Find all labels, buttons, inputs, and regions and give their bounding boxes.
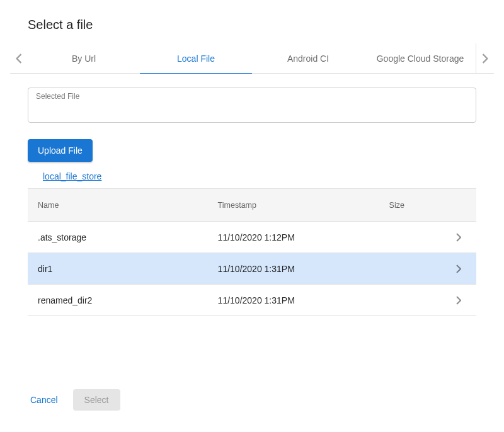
col-header-timestamp: Timestamp xyxy=(218,201,389,210)
tab-local-file[interactable]: Local File xyxy=(140,43,252,74)
chevron-right-icon xyxy=(456,296,461,305)
col-header-size: Size xyxy=(389,201,451,210)
chevron-right-icon xyxy=(482,54,488,64)
cell-timestamp: 11/10/2020 1:12PM xyxy=(218,232,389,242)
dialog-title: Select a file xyxy=(10,10,494,43)
table-row[interactable]: dir1 11/10/2020 1:31PM xyxy=(28,253,476,285)
table-row[interactable]: renamed_dir2 11/10/2020 1:31PM xyxy=(28,285,476,316)
select-button[interactable]: Select xyxy=(73,389,120,411)
tab-by-url[interactable]: By Url xyxy=(28,43,140,74)
tab-google-cloud-storage[interactable]: Google Cloud Storage xyxy=(364,43,476,74)
chevron-right-icon xyxy=(456,264,461,273)
cell-timestamp: 11/10/2020 1:31PM xyxy=(218,295,389,305)
dialog-actions: Cancel Select xyxy=(25,389,120,411)
row-open-button[interactable] xyxy=(451,233,466,242)
tabs-row: By Url Local File Android CI Google Clou… xyxy=(10,43,494,74)
tab-content: Selected File Upload File local_file_sto… xyxy=(10,74,494,422)
cell-name: .ats_storage xyxy=(38,232,218,242)
tabs: By Url Local File Android CI Google Clou… xyxy=(28,43,476,74)
table-header-row: Name Timestamp Size xyxy=(28,189,476,222)
cell-name: renamed_dir2 xyxy=(38,295,218,305)
select-file-dialog: Select a file By Url Local File Android … xyxy=(10,10,494,422)
breadcrumb: local_file_store xyxy=(28,168,476,188)
selected-file-field[interactable]: Selected File xyxy=(28,88,476,123)
cell-name: dir1 xyxy=(38,264,218,274)
breadcrumb-link[interactable]: local_file_store xyxy=(43,171,101,181)
tab-scroll-left-button[interactable] xyxy=(10,43,28,74)
table-row[interactable]: .ats_storage 11/10/2020 1:12PM xyxy=(28,222,476,253)
chevron-left-icon xyxy=(16,54,22,64)
upload-file-button[interactable]: Upload File xyxy=(28,139,93,162)
tab-android-ci[interactable]: Android CI xyxy=(252,43,364,74)
file-table: Name Timestamp Size .ats_storage 11/10/2… xyxy=(28,188,476,316)
selected-file-label: Selected File xyxy=(36,92,79,101)
cell-timestamp: 11/10/2020 1:31PM xyxy=(218,264,389,274)
tab-scroll-right-button[interactable] xyxy=(476,43,494,74)
chevron-right-icon xyxy=(456,233,461,242)
row-open-button[interactable] xyxy=(451,296,466,305)
cancel-button[interactable]: Cancel xyxy=(25,390,63,410)
row-open-button[interactable] xyxy=(451,264,466,273)
col-header-name: Name xyxy=(38,201,218,210)
